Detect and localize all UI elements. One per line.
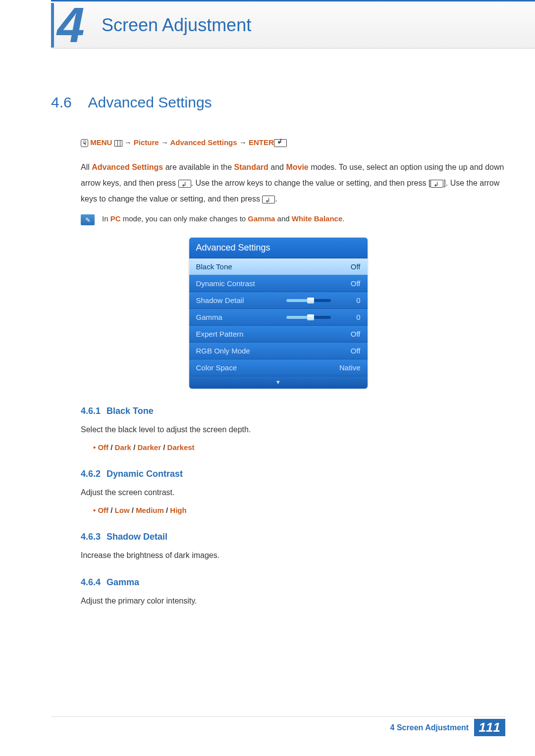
option-value: Off bbox=[98, 506, 108, 514]
chapter-number: 4 bbox=[57, 0, 85, 50]
section-number: 4.6 bbox=[51, 94, 86, 111]
option-value: High bbox=[170, 506, 186, 514]
osd-item-label: Black Tone bbox=[196, 262, 336, 271]
enter-icon bbox=[430, 180, 443, 188]
arrow-icon: → bbox=[239, 138, 247, 147]
osd-item: RGB Only ModeOff bbox=[189, 343, 368, 359]
subsection-gamma: 4.6.4Gamma Adjust the primary color inte… bbox=[81, 577, 505, 605]
text-highlight: Advanced Settings bbox=[92, 163, 163, 171]
subsection-desc: Increase the brightness of dark images. bbox=[81, 551, 505, 560]
nav-picture: Picture bbox=[134, 138, 159, 147]
text-highlight: Standard bbox=[234, 163, 268, 171]
osd-item-value: Off bbox=[336, 279, 361, 288]
text: and bbox=[275, 214, 291, 223]
subsection-options: Off / Dark / Darker / Darkest bbox=[93, 443, 505, 452]
osd-item: Gamma0 bbox=[189, 309, 368, 326]
subsection-heading: 4.6.1Black Tone bbox=[81, 406, 505, 416]
footer-chapter-title: Screen Adjustment bbox=[397, 723, 469, 732]
separator: / bbox=[108, 506, 115, 514]
enter-icon bbox=[262, 196, 275, 203]
separator: / bbox=[108, 443, 115, 452]
subsection-heading: 4.6.3Shadow Detail bbox=[81, 532, 505, 542]
note-pencil-icon: ✎ bbox=[81, 214, 95, 225]
osd-item: Color SpaceNative bbox=[189, 359, 368, 376]
separator: / bbox=[130, 506, 136, 514]
footer-chapter-num: 4 bbox=[390, 723, 395, 732]
option-value: Darkest bbox=[167, 443, 195, 452]
osd-item-label: Dynamic Contrast bbox=[196, 279, 336, 288]
section-heading: 4.6 Advanced Settings bbox=[51, 94, 505, 111]
option-value: Low bbox=[115, 506, 130, 514]
subsection-desc: Select the black level to adjust the scr… bbox=[81, 425, 505, 434]
subsection-number: 4.6.3 bbox=[81, 532, 101, 542]
subsection-number: 4.6.2 bbox=[81, 469, 101, 479]
text: mode, you can only make changes to bbox=[121, 214, 248, 223]
subsection-number: 4.6.1 bbox=[81, 406, 101, 416]
text: In bbox=[102, 214, 110, 223]
option-value: Darker bbox=[137, 443, 161, 452]
osd-item-label: Gamma bbox=[196, 313, 286, 321]
osd-item-label: RGB Only Mode bbox=[196, 347, 336, 355]
content-area: 4.6 Advanced Settings ☟ MENU → Picture →… bbox=[51, 94, 505, 605]
option-value: Dark bbox=[115, 443, 131, 452]
subsection-title: Gamma bbox=[107, 577, 139, 587]
osd-item-value: Off bbox=[336, 347, 361, 355]
subsection-number: 4.6.4 bbox=[81, 577, 101, 587]
subsection-heading: 4.6.4Gamma bbox=[81, 577, 505, 588]
osd-item: Expert PatternOff bbox=[189, 326, 368, 343]
osd-item: Dynamic ContrastOff bbox=[189, 275, 368, 292]
text: . bbox=[275, 195, 277, 203]
osd-item-label: Color Space bbox=[196, 363, 336, 372]
osd-scroll-down-icon bbox=[189, 376, 368, 389]
section-title: Advanced Settings bbox=[88, 94, 212, 111]
footer-trail: 4 Screen Adjustment bbox=[390, 723, 471, 732]
osd-title: Advanced Settings bbox=[189, 238, 368, 258]
text: and bbox=[268, 163, 286, 171]
page-footer: 4 Screen Adjustment 111 bbox=[51, 716, 505, 736]
enter-icon bbox=[178, 180, 191, 188]
subsection-dynamic-contrast: 4.6.2Dynamic Contrast Adjust the screen … bbox=[81, 469, 505, 514]
arrow-icon: → bbox=[124, 138, 132, 147]
osd-slider bbox=[286, 299, 331, 302]
option-value: Off bbox=[98, 443, 108, 452]
separator: / bbox=[161, 443, 167, 452]
text: are available in the bbox=[163, 163, 234, 171]
subsection-options: Off / Low / Medium / High bbox=[93, 506, 505, 514]
osd-item-value: Off bbox=[336, 262, 361, 271]
subsection-title: Dynamic Contrast bbox=[107, 469, 183, 479]
osd-item-value: Native bbox=[336, 363, 361, 372]
text: . bbox=[342, 214, 344, 223]
nav-enter: ENTER bbox=[249, 138, 274, 147]
subsection-shadow-detail: 4.6.3Shadow Detail Increase the brightne… bbox=[81, 532, 505, 560]
osd-item: Shadow Detail0 bbox=[189, 292, 368, 309]
separator: / bbox=[164, 506, 170, 514]
chapter-title: Screen Adjustment bbox=[102, 15, 251, 36]
osd-item-label: Shadow Detail bbox=[196, 296, 286, 304]
subsection-desc: Adjust the primary color intensity. bbox=[81, 597, 505, 605]
text-highlight: White Balance bbox=[292, 214, 343, 223]
subsection-black-tone: 4.6.1Black Tone Select the black level t… bbox=[81, 406, 505, 452]
osd-item-value: Off bbox=[336, 330, 361, 338]
arrow-icon: → bbox=[161, 138, 168, 147]
enter-icon bbox=[274, 139, 287, 147]
osd-item-value: 0 bbox=[336, 313, 361, 321]
subsection-heading: 4.6.2Dynamic Contrast bbox=[81, 469, 505, 479]
osd-item: Black ToneOff bbox=[189, 258, 368, 275]
text-highlight: Movie bbox=[286, 163, 308, 171]
separator: / bbox=[131, 443, 138, 452]
osd-item-value: 0 bbox=[336, 296, 361, 304]
osd-slider bbox=[286, 316, 331, 319]
note-text: In PC mode, you can only make changes to… bbox=[102, 214, 344, 223]
osd-menu: Advanced Settings Black ToneOffDynamic C… bbox=[189, 238, 368, 389]
intro-paragraph: All Advanced Settings are available in t… bbox=[81, 159, 505, 207]
text-highlight: PC bbox=[110, 214, 121, 223]
menu-grid-icon bbox=[114, 140, 122, 147]
nav-menu-label: MENU bbox=[90, 138, 112, 147]
subsection-desc: Adjust the screen contrast. bbox=[81, 488, 505, 497]
note: ✎ In PC mode, you can only make changes … bbox=[81, 214, 505, 225]
subsection-title: Shadow Detail bbox=[107, 532, 167, 542]
text: All bbox=[81, 163, 92, 171]
page-number: 111 bbox=[474, 719, 505, 736]
nav-adv: Advanced Settings bbox=[170, 138, 237, 147]
hand-icon: ☟ bbox=[81, 139, 88, 147]
